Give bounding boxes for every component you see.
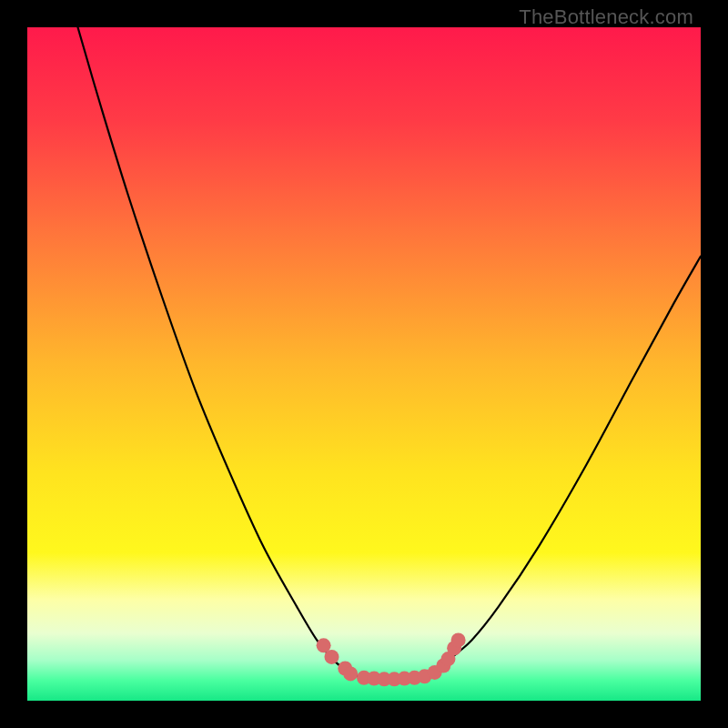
marker-group [317, 632, 466, 686]
plot-area [27, 27, 701, 701]
series-group [78, 27, 702, 679]
marker-point [451, 632, 466, 647]
marker-point [343, 666, 358, 681]
series-left-curve [78, 27, 351, 673]
watermark-text: TheBottleneck.com [519, 5, 693, 29]
marker-point [324, 650, 339, 664]
series-right-curve [431, 257, 701, 674]
chart-svg [27, 27, 701, 701]
outer-frame: TheBottleneck.com [0, 0, 728, 728]
